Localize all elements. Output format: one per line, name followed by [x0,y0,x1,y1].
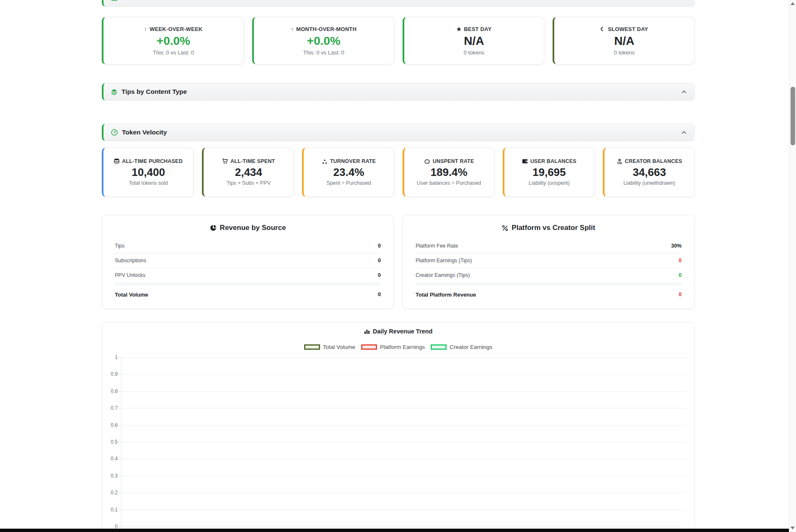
stat-sublabel: Tips + Subs + PPV [227,180,271,186]
revenue-by-source-panel: Revenue by Source Tips 0 Subscriptions 0… [102,215,394,309]
stat-card-turnover-rate: TURNOVER RATE 23.4% Spent ÷ Purchased [302,147,394,197]
row-value: 0 [679,272,682,278]
panel-title: Platform vs Creator Split [416,224,682,232]
chart-plot-area: 1 0.9 0.8 0.7 0.6 0.5 0.4 0.3 0.2 0.1 0 [121,357,687,527]
database-icon [114,158,119,164]
legend-swatch [431,344,447,350]
stat-value: +0.0% [307,34,341,48]
y-tick-label: 0.1 [101,507,118,513]
recycle-icon [322,159,328,164]
chart-column-icon [364,329,370,334]
row-label: Creator Earnings (Tips) [416,272,470,278]
y-tick-label: 0.8 [101,388,118,394]
row-label: Total Platform Revenue [416,292,476,298]
stat-value: 34,663 [633,166,666,179]
stat-label: ↑WEEK-OVER-WEEK [144,26,202,32]
stat-sublabel: Spent ÷ Purchased [326,180,371,186]
layers-icon [111,89,117,95]
panel-title: Revenue by Source [115,224,381,232]
row-label: PPV Unlocks [115,272,145,278]
panel-row-total-volume: Total Volume 0 [115,285,381,304]
stat-sublabel: User balances ÷ Purchased [417,180,481,186]
stat-card-unspent-rate: UNSPENT RATE 189.4% User balances ÷ Purc… [403,147,494,197]
stat-label: ☾SLOWEST DAY [600,26,648,32]
stat-card-all-time-purchased: ALL-TIME PURCHASED 10,400 Total tokens s… [102,147,194,197]
gauge-icon [111,129,118,136]
stat-value: 23.4% [333,166,364,179]
legend-item-platform-earnings[interactable]: Platform Earnings [361,344,425,350]
chart-line-icon [111,0,118,1]
scrollbar-thumb[interactable] [791,87,795,145]
legend-item-total-volume[interactable]: Total Volume [304,344,355,350]
cart-icon [222,158,228,164]
scrollbar-down-arrow-icon[interactable] [791,527,795,529]
section-title: Token Velocity [122,129,167,136]
stat-label: TURNOVER RATE [322,158,376,164]
vertical-scrollbar[interactable] [789,0,796,532]
row-value: 0 [378,292,381,297]
y-tick-label: 0.9 [101,371,118,377]
platform-vs-creator-split-panel: Platform vs Creator Split Platform Fee R… [403,215,695,309]
stat-card-all-time-spent: ALL-TIME SPENT 2,434 Tips + Subs + PPV [202,147,294,197]
chevron-up-icon[interactable] [681,131,687,134]
row-value: 0 [378,272,381,278]
panel-row-total-platform-revenue: Total Platform Revenue 0 [416,285,682,304]
stat-card-month-over-month: ↑MONTH-OVER-MONTH +0.0% This: 0 vs Last:… [252,17,394,65]
y-tick-label: 0.4 [101,456,118,462]
section-title: Tips by Content Type [121,88,187,96]
stat-label: USER BALANCES [522,158,576,164]
y-tick-label: 0.3 [101,473,118,479]
y-tick-label: 0.2 [101,490,118,496]
scrollbar-up-arrow-icon[interactable] [791,2,795,5]
stat-sublabel: 0 tokens [614,49,635,56]
bottom-black-bar [0,529,789,532]
legend-swatch [361,344,377,350]
stat-value: 189.4% [431,166,468,179]
wallet-icon [522,159,528,164]
velocity-cards-row: ALL-TIME PURCHASED 10,400 Total tokens s… [102,147,695,197]
section-header-revenue-trends[interactable]: Revenue Trends [102,0,695,7]
stat-sublabel: Liability (unspent) [529,180,570,186]
stat-sublabel: This: 0 vs Last: 0 [153,49,194,56]
row-label: Platform Fee Rate [416,243,458,249]
panel-row-subscriptions: Subscriptions 0 [115,253,381,268]
row-label: Platform Earnings (Tips) [416,258,472,263]
chevron-up-icon[interactable] [681,90,687,94]
section-header-tips-by-content-type[interactable]: Tips by Content Type [102,83,695,101]
stat-card-slowest-day: ☾SLOWEST DAY N/A 0 tokens [553,17,695,65]
panel-row-platform-fee-rate: Platform Fee Rate 30% [416,239,682,253]
y-tick-label: 1 [101,354,118,360]
moon-icon: ☾ [600,26,605,32]
stat-value: 10,400 [132,166,165,179]
arrow-up-icon: ↑ [144,26,147,32]
stat-sublabel: 0 tokens [464,49,484,56]
panel-row-tips: Tips 0 [115,239,381,253]
stat-value: 19,695 [532,166,566,179]
legend-label: Platform Earnings [380,344,425,350]
y-tick-label: 0.6 [101,422,118,428]
panel-row-creator-earnings: Creator Earnings (Tips) 0 [416,268,682,283]
stat-sublabel: This: 0 vs Last: 0 [303,49,344,56]
stat-card-best-day: ★BEST DAY N/A 0 tokens [403,17,545,65]
pie-chart-icon [210,225,217,231]
trend-cards-row: ↑WEEK-OVER-WEEK +0.0% This: 0 vs Last: 0… [102,17,695,65]
arrow-up-icon: ↑ [291,26,294,32]
star-icon: ★ [456,26,461,32]
stat-card-creator-balances: $ CREATOR BALANCES 34,663 Liability (unw… [603,147,695,197]
stat-label: $ CREATOR BALANCES [617,158,682,164]
percent-icon [502,225,508,231]
row-value: 0 [679,292,682,297]
stat-label: UNSPENT RATE [424,158,474,164]
row-value: 0 [679,258,682,263]
legend-label: Creator Earnings [450,344,492,350]
row-label: Total Volume [115,292,148,298]
legend-item-creator-earnings[interactable]: Creator Earnings [431,344,492,350]
stat-value: +0.0% [157,34,190,48]
dashboard-viewport: Revenue Trends ↑WEEK-OVER-WEEK +0.0% Thi… [0,0,796,532]
panel-row-platform-earnings: Platform Earnings (Tips) 0 [416,253,682,268]
piggy-bank-icon [424,159,430,164]
stat-value: N/A [464,34,484,48]
chart-title: Daily Revenue Trend [102,328,694,335]
svg-text:$: $ [619,159,620,161]
section-header-token-velocity[interactable]: Token Velocity [102,124,695,141]
